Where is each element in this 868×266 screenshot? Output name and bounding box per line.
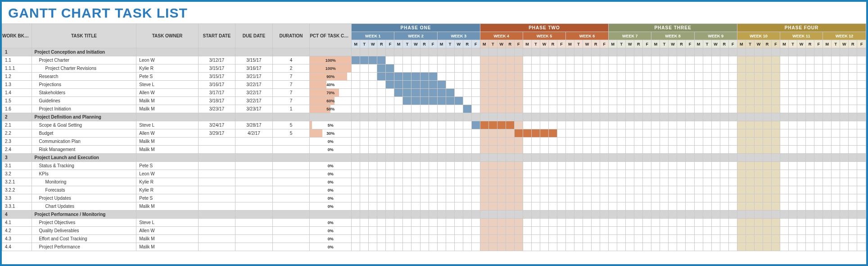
task-title-cell: Project Objectives [32,219,136,227]
gantt-day-cell [703,162,711,170]
gantt-day-cell [711,64,720,73]
gantt-day-cell [746,129,754,138]
gantt-day-cell [531,227,540,235]
gantt-day-cell [806,202,814,211]
gantt-day-cell [360,186,369,194]
gantt-day-cell [557,219,566,227]
gantt-day-cell [531,211,540,219]
gantt-day-cell [411,219,420,227]
gantt-day-cell [711,211,720,219]
duration-cell: 5 [272,129,309,138]
gantt-day-cell [789,154,797,162]
gantt-day-cell [669,194,677,202]
gantt-day-cell [523,56,531,64]
gantt-day-cell [583,211,592,219]
gantt-day-cell [463,81,471,89]
gantt-day-cell [609,170,617,178]
pct-cell: 0% [310,162,352,170]
wbs-cell: 3.3 [2,194,32,202]
gantt-day-cell [583,186,592,194]
gantt-day-cell [737,73,746,81]
day-header: R [634,40,643,48]
gantt-day-cell [780,178,789,186]
pct-cell: 0% [310,186,352,194]
gantt-day-cell [369,162,377,170]
gantt-day-cell [763,235,771,243]
gantt-day-cell [600,202,609,211]
gantt-day-cell [548,178,557,186]
gantt-day-cell [832,64,840,73]
gantt-day-cell [703,56,711,64]
gantt-day-cell [437,129,446,138]
gantt-day-cell [566,202,574,211]
gantt-day-cell [669,235,677,243]
gantt-day-cell [548,211,557,219]
gantt-day-cell [703,154,711,162]
gantt-day-cell [454,89,463,97]
start-cell [198,138,235,146]
gantt-day-cell [566,227,574,235]
gantt-day-cell [737,219,746,227]
gantt-day-cell [660,186,669,194]
gantt-day-cell [669,89,677,97]
gantt-day-cell [386,202,394,211]
due-cell [235,146,272,154]
gantt-day-cell [634,194,643,202]
gantt-day-cell [506,162,514,170]
gantt-day-cell [574,56,583,64]
gantt-day-cell [531,202,540,211]
gantt-day-cell [840,146,849,154]
gantt-day-cell [386,235,394,243]
gantt-day-cell [574,64,583,73]
gantt-day-cell [669,138,677,146]
day-header: T [832,40,840,48]
gantt-day-cell [488,227,497,235]
gantt-day-cell [651,211,660,219]
gantt-day-cell [651,105,660,113]
gantt-day-cell [634,178,643,186]
pct-text: 0% [310,235,351,243]
gantt-day-cell [609,113,617,121]
gantt-day-cell [514,243,523,251]
gantt-day-cell [531,105,540,113]
gantt-day-cell [574,186,583,194]
day-header: M [651,40,660,48]
pct-cell: 0% [310,146,352,154]
task-row: 1.5GuidelinesMalik M3/18/173/22/17760% [2,97,866,105]
gantt-day-cell [377,105,386,113]
gantt-day-cell [651,178,660,186]
gantt-day-cell [849,121,857,129]
gantt-day-cell [660,178,669,186]
gantt-day-cell [857,194,866,202]
gantt-day-cell [609,48,617,56]
gantt-day-cell [703,178,711,186]
gantt-day-cell [754,64,763,73]
gantt-day-cell [437,211,446,219]
gantt-day-cell [609,202,617,211]
gantt-day-cell [420,48,429,56]
gantt-day-cell [471,56,480,64]
gantt-day-cell [609,146,617,154]
day-header: F [386,40,394,48]
gantt-day-cell [403,162,411,170]
gantt-day-cell [746,56,754,64]
task-title-cell: Status & Tracking [32,162,136,170]
gantt-day-cell [411,89,420,97]
start-cell [198,194,235,202]
gantt-day-cell [454,219,463,227]
gantt-day-cell [669,162,677,170]
gantt-day-cell [780,227,789,235]
gantt-day-cell [531,113,540,121]
gantt-day-cell [806,170,814,178]
gantt-day-cell [548,219,557,227]
due-cell: 3/22/17 [235,97,272,105]
gantt-day-cell [386,121,394,129]
gantt-day-cell [429,121,437,129]
gantt-day-cell [506,194,514,202]
gantt-day-cell [789,162,797,170]
gantt-day-cell [369,178,377,186]
task-row: 3.2.2ForecastsKylie R0% [2,186,866,194]
gantt-day-cell [789,81,797,89]
owner-cell: Allen W [136,129,198,138]
gantt-day-cell [592,97,600,105]
